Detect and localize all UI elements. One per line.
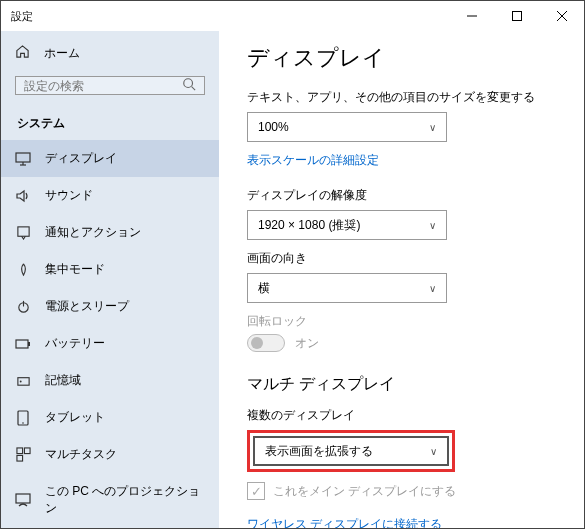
content-area: ディスプレイ テキスト、アプリ、その他の項目のサイズを変更する 100% ∨ 表… (219, 31, 584, 528)
rotation-lock-toggle (247, 334, 285, 352)
resolution-label: ディスプレイの解像度 (247, 187, 556, 204)
orientation-label: 画面の向き (247, 250, 556, 267)
rotation-lock-label: 回転ロック (247, 313, 556, 330)
scale-value: 100% (258, 120, 289, 134)
close-button[interactable] (539, 1, 584, 31)
sidebar-item-sound[interactable]: サウンド (1, 177, 219, 214)
sound-icon (15, 189, 31, 203)
sidebar-item-projection[interactable]: この PC へのプロジェクション (1, 473, 219, 527)
sidebar-item-display[interactable]: ディスプレイ (1, 140, 219, 177)
svg-rect-6 (16, 153, 30, 162)
multitask-icon (15, 447, 31, 462)
advanced-scale-link[interactable]: 表示スケールの詳細設定 (247, 152, 556, 169)
svg-rect-21 (16, 494, 30, 503)
orientation-select[interactable]: 横 ∨ (247, 273, 447, 303)
sidebar: ホーム システム ディスプレイ サウンド 通知とアクション 集中モード 電源とス… (1, 31, 219, 528)
home-label: ホーム (44, 45, 80, 62)
search-field[interactable] (24, 79, 182, 93)
multi-display-select[interactable]: 表示画面を拡張する ∨ (253, 436, 449, 466)
resolution-select[interactable]: 1920 × 1080 (推奨) ∨ (247, 210, 447, 240)
highlight-annotation: 表示画面を拡張する ∨ (247, 430, 455, 472)
make-main-checkbox-row: ✓ これをメイン ディスプレイにする (247, 482, 556, 500)
nav-label: 電源とスリープ (45, 298, 129, 315)
nav-label: ディスプレイ (45, 150, 117, 167)
maximize-button[interactable] (494, 1, 539, 31)
scale-label: テキスト、アプリ、その他の項目のサイズを変更する (247, 89, 556, 106)
power-icon (15, 299, 31, 314)
wireless-display-link[interactable]: ワイヤレス ディスプレイに接続する (247, 516, 556, 528)
svg-point-4 (184, 79, 193, 88)
nav-label: 通知とアクション (45, 224, 141, 241)
sidebar-item-power[interactable]: 電源とスリープ (1, 288, 219, 325)
resolution-value: 1920 × 1080 (推奨) (258, 217, 360, 234)
nav-list: ディスプレイ サウンド 通知とアクション 集中モード 電源とスリープ バッテリー… (1, 140, 219, 528)
minimize-button[interactable] (449, 1, 494, 31)
orientation-value: 横 (258, 280, 270, 297)
home-icon (15, 44, 30, 62)
make-main-label: これをメイン ディスプレイにする (273, 483, 456, 500)
nav-label: この PC へのプロジェクション (45, 483, 203, 517)
multi-display-value: 表示画面を拡張する (265, 443, 373, 460)
home-link[interactable]: ホーム (1, 34, 219, 72)
svg-rect-20 (16, 455, 22, 461)
svg-rect-1 (512, 12, 521, 21)
nav-label: 集中モード (45, 261, 105, 278)
multi-display-heading: マルチ ディスプレイ (247, 374, 556, 395)
sidebar-item-battery[interactable]: バッテリー (1, 325, 219, 362)
svg-rect-9 (17, 227, 28, 236)
projection-icon (15, 493, 31, 507)
svg-point-17 (22, 422, 24, 424)
chevron-down-icon: ∨ (429, 122, 436, 133)
svg-rect-14 (17, 378, 28, 386)
display-icon (15, 152, 31, 166)
nav-label: マルチタスク (45, 446, 117, 463)
svg-line-5 (192, 87, 196, 91)
page-title: ディスプレイ (247, 43, 556, 73)
svg-rect-18 (16, 448, 22, 454)
nav-label: サウンド (45, 187, 93, 204)
chevron-down-icon: ∨ (429, 283, 436, 294)
tablet-icon (15, 410, 31, 426)
multi-display-label: 複数のディスプレイ (247, 407, 556, 424)
focus-icon (15, 262, 31, 277)
nav-label: 記憶域 (45, 372, 81, 389)
nav-label: タブレット (45, 409, 105, 426)
sidebar-item-notifications[interactable]: 通知とアクション (1, 214, 219, 251)
sidebar-item-shared[interactable]: 共有エクスペリエンス (1, 527, 219, 528)
svg-point-15 (19, 381, 21, 383)
svg-rect-19 (24, 448, 30, 454)
scale-select[interactable]: 100% ∨ (247, 112, 447, 142)
svg-rect-13 (28, 342, 30, 346)
sidebar-item-multitask[interactable]: マルチタスク (1, 436, 219, 473)
sidebar-item-storage[interactable]: 記憶域 (1, 362, 219, 399)
window-title: 設定 (11, 9, 449, 24)
make-main-checkbox: ✓ (247, 482, 265, 500)
battery-icon (15, 338, 31, 350)
search-icon (182, 77, 196, 94)
storage-icon (15, 373, 31, 388)
rotation-lock-state: オン (295, 335, 319, 352)
titlebar: 設定 (1, 1, 584, 31)
sidebar-item-focus[interactable]: 集中モード (1, 251, 219, 288)
notification-icon (15, 225, 31, 240)
search-input[interactable] (15, 76, 205, 95)
svg-rect-12 (16, 340, 28, 348)
chevron-down-icon: ∨ (429, 220, 436, 231)
chevron-down-icon: ∨ (430, 446, 437, 457)
category-label: システム (1, 105, 219, 140)
sidebar-item-tablet[interactable]: タブレット (1, 399, 219, 436)
nav-label: バッテリー (45, 335, 105, 352)
